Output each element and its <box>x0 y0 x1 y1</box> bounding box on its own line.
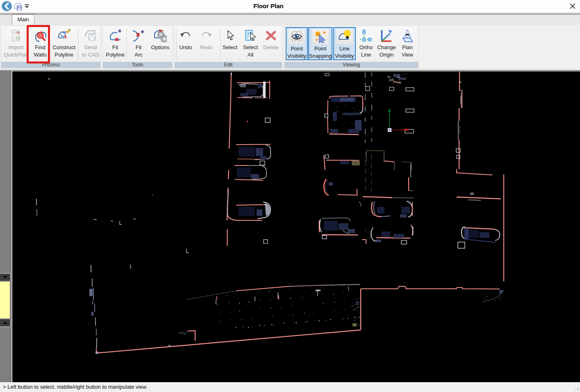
svg-text:A: A <box>13 31 15 34</box>
